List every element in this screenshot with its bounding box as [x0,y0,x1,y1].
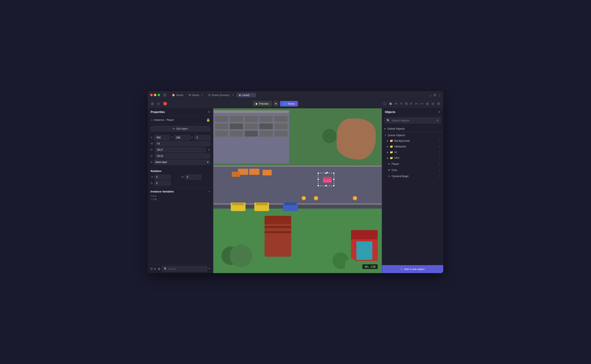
coin-item-label: Coin [392,169,437,172]
global-objects-section: ▶ Global Objects [382,126,443,131]
y-field: Y [171,135,190,140]
tree-4 [345,259,357,271]
instance-label: Instance - Player [154,118,174,121]
copy-icon[interactable]: ⧉ [151,267,153,270]
puzzle-icon[interactable]: ⬢ [388,101,393,106]
camera-target-label: CameraTarget [392,175,437,178]
obstacles-more-icon[interactable]: ⋮ [438,145,441,148]
vehicle-cabin-1 [232,202,244,206]
edit-icon[interactable]: ✏ [394,101,398,106]
w-label: W [151,142,154,145]
d-input[interactable] [155,154,210,158]
scene-objects-header[interactable]: ▼ Scene Objects [382,132,443,138]
home-icon: 🏠 [172,94,175,97]
barrier-2 [249,169,259,175]
badge-icon[interactable]: 🔴 [162,101,168,106]
force-label: Force [151,195,210,197]
tab-game-events[interactable]: ⊟ Game (Events) ✕ [206,93,236,98]
player-item[interactable]: ✦ Player ⋮ [382,161,443,167]
obstacles-folder[interactable]: ▶ 📁 Obstacles ⋮ [382,144,443,150]
preview-button[interactable]: ▶ Preview [252,101,272,106]
settings-icon[interactable]: ⚙ [436,101,441,106]
lock-icon[interactable]: 🔒 [206,118,210,122]
tree-5 [322,129,337,143]
force-value-row: 123 0 [151,198,210,201]
preview-dropdown[interactable]: ▾ [273,101,278,106]
window-15 [274,131,287,136]
list-icon[interactable]: ≡ [400,101,403,106]
objects-search-copy-icon[interactable]: ⧉ [437,119,438,122]
layout-icon[interactable]: ⊞ [150,101,154,106]
tab-level1-close[interactable]: ✕ [252,94,254,97]
vfx-more-icon[interactable]: ⋮ [438,156,441,160]
tab-game-close[interactable]: ✕ [201,94,203,97]
menu-icon[interactable]: ☰ [163,93,166,97]
backgrounds-folder-icon: 📁 [390,139,393,142]
diamond-icon: ◇ [151,118,153,121]
zoom-out-icon[interactable]: ⊖ [431,101,435,106]
coin-item[interactable]: ✦ Coin ⋮ [382,167,443,173]
tab-game[interactable]: ⊞ Game ✕ [186,93,206,98]
maximize-button[interactable] [158,94,160,96]
tab-home[interactable]: 🏠 Home [169,93,186,98]
minimize-button[interactable] [154,94,156,96]
objects-panel-close[interactable]: ✕ [438,110,440,114]
delete-icon[interactable]: 🗑 [158,267,160,270]
ui-folder[interactable]: ▶ 📁 UI ⋮ [382,150,443,155]
link-icon[interactable]: ⇕ [208,148,210,151]
backgrounds-folder[interactable]: ▶ 📁 Backgrounds ⋮ [382,138,443,144]
rot-x-input[interactable] [154,175,171,180]
level1-icon: ◈ [239,94,241,97]
w-row: W [151,141,210,146]
z-input[interactable] [194,135,210,140]
global-objects-header[interactable]: ▶ Global Objects [382,126,443,131]
close-button[interactable] [150,94,153,96]
handle-tc [325,173,327,174]
camera-target-item[interactable]: ✦ CameraTarget ⋮ [382,173,443,179]
more-options-icon[interactable]: ⋮ [438,93,441,97]
cube-icon[interactable]: ⬡ [383,101,387,106]
properties-close[interactable]: ✕ [208,110,210,114]
objects-search[interactable]: 🔍 Search objects ⧉ [385,117,441,124]
rot-y-input[interactable] [185,175,201,180]
external-link-icon[interactable]: ↗ [208,190,210,193]
player-more-icon[interactable]: ⋮ [438,162,441,166]
w-input[interactable] [155,141,210,146]
handle-bl [318,185,319,186]
objects-panel-controls: ✕ [438,110,440,114]
tab-level1[interactable]: ◈ Level1 ✕ [237,93,256,98]
y-label: Y [171,136,173,139]
window-icon[interactable]: ⧉ [434,93,436,97]
share-button[interactable]: 🌐 Share [280,101,298,106]
ui-more-icon[interactable]: ⋮ [438,151,441,154]
y-input[interactable] [174,135,190,140]
duplicate-icon[interactable]: ⊕ [154,267,156,270]
clock-icon[interactable]: ◷ [156,101,161,106]
tab-game-events-close[interactable]: ✕ [232,94,234,97]
coin-more-icon[interactable]: ⋮ [438,169,441,172]
grid-icon[interactable]: # [409,101,413,106]
layer-dropdown[interactable]: Base layer ▾ [154,160,210,165]
layers-icon[interactable]: ⧉ [404,101,408,106]
handle-lc [318,179,319,180]
window-1 [215,116,228,122]
dropdown-arrow-icon[interactable]: ⌄ [429,93,432,97]
canvas-area[interactable]: 29;-116 [213,108,382,273]
edit-object-button[interactable]: ✏ Edit object [151,126,210,131]
x-input[interactable] [154,135,170,140]
undo-icon[interactable]: ↩ [414,101,418,106]
vfx-folder[interactable]: ▶ 📁 VFX ⋮ [382,155,443,161]
redo-icon[interactable]: ↪ [420,101,424,106]
backgrounds-more-icon[interactable]: ⋮ [438,139,441,143]
zoom-in-icon[interactable]: ⊕ [425,101,430,106]
rot-z-input[interactable] [154,181,171,186]
window-11 [215,131,228,136]
h-input[interactable] [155,147,206,152]
search-field[interactable]: 🔍 Search... [162,266,207,272]
add-object-button[interactable]: + Add a new object [382,265,443,273]
add-variable-icon[interactable]: + [208,267,210,271]
tower-stripe [265,226,291,228]
coin-3 [353,196,357,201]
camera-more-icon[interactable]: ⋮ [438,175,441,178]
objects-list: ▶ Global Objects ▼ Scene Objects ▶ 📁 [382,125,443,265]
